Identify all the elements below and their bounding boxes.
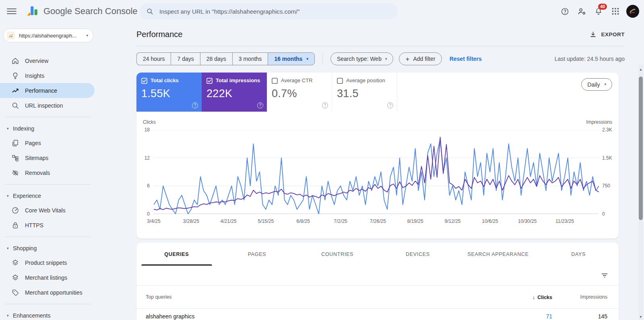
help-icon[interactable]: ? [192, 102, 198, 108]
date-range-7-days[interactable]: 7 days [171, 52, 200, 65]
clicks-sort-header[interactable]: ↓Clicks [504, 294, 552, 300]
filter-bar: 24 hours7 days28 days3 months16 months▾ … [136, 52, 625, 65]
help-icon[interactable]: ? [387, 102, 393, 108]
manage-users-button[interactable] [573, 3, 590, 19]
impressions-header[interactable]: Impressions [552, 294, 619, 300]
hamburger-menu-icon[interactable] [7, 6, 17, 16]
vertical-scrollbar[interactable]: ▲ ▼ [638, 64, 643, 320]
scroll-down-arrow-icon[interactable]: ▼ [638, 314, 643, 320]
sidebar-item-merchant-listings[interactable]: Merchant listings [0, 270, 95, 285]
metric-tile-total-impressions[interactable]: Total impressions222K? [202, 73, 267, 112]
metric-tile-average-ctr[interactable]: Average CTR0.7%? [267, 73, 332, 112]
chevron-down-icon: ▾ [7, 246, 11, 250]
dimensions-table-card: QUERIESPAGESCOUNTRIESDEVICESSEARCH APPEA… [136, 243, 619, 320]
top-queries-header[interactable]: Top queries [136, 294, 504, 300]
apps-grid-icon [611, 7, 619, 15]
metric-label: Total impressions [216, 77, 262, 84]
lightbulb-icon [11, 72, 19, 80]
tab-countries[interactable]: COUNTRIES [297, 243, 378, 266]
search-type-button[interactable]: Search type: Web ▾ [330, 52, 394, 65]
plus-icon: + [405, 56, 409, 62]
sidebar-item-label: Merchant opportunities [25, 289, 82, 296]
metric-value: 222K [206, 87, 262, 100]
date-range-3-months[interactable]: 3 months [232, 52, 268, 65]
help-icon[interactable]: ? [322, 102, 328, 108]
table-row[interactable]: alshaheen graphics71145 [136, 309, 619, 320]
right-axis-title: Impressions [586, 119, 612, 125]
chevron-down-icon: ▾ [604, 83, 606, 86]
sidebar-item-label: Insights [25, 73, 44, 79]
sidebar-item-label: HTTPS [25, 222, 43, 229]
date-range-16-months[interactable]: 16 months▾ [268, 52, 315, 65]
account-avatar[interactable] [626, 5, 639, 18]
sidebar-item-pages[interactable]: Pages [0, 135, 95, 150]
unchecked-checkbox-icon[interactable] [337, 78, 343, 84]
metric-value: 1.55K [141, 87, 197, 100]
x-axis-tick: 8/19/25 [398, 218, 432, 224]
trending-icon [11, 87, 19, 95]
main-content: Performance EXPORT 24 hours7 days28 days… [95, 23, 625, 320]
sidebar-group-indexing[interactable]: ▾Indexing [0, 121, 95, 135]
google-apps-button[interactable] [607, 3, 624, 19]
date-range-28-days[interactable]: 28 days [200, 52, 232, 65]
clicks-cell: 71 [504, 313, 552, 320]
scroll-up-arrow-icon[interactable]: ▲ [638, 67, 643, 73]
sidebar: https://alshaheengraph... ▾ OverviewInsi… [0, 23, 95, 320]
reset-filters-link[interactable]: Reset filters [450, 56, 482, 62]
tab-devices[interactable]: DEVICES [378, 243, 458, 266]
chart-area[interactable]: Clicks Impressions 1812602.3K1.5K75003/4… [136, 112, 619, 233]
sidebar-item-insights[interactable]: Insights [0, 68, 95, 83]
sidebar-group-shopping[interactable]: ▾Shopping [0, 241, 95, 255]
checked-checkbox-icon[interactable] [141, 78, 147, 84]
line-chart[interactable] [154, 130, 599, 214]
tab-search-appearance[interactable]: SEARCH APPEARANCE [458, 243, 539, 266]
help-button[interactable] [556, 3, 573, 19]
scrollbar-thumb[interactable] [639, 77, 643, 220]
sidebar-item-core-web-vitals[interactable]: Core Web Vitals [0, 203, 95, 218]
property-label: https://alshaheengraph... [19, 33, 86, 39]
sidebar-item-performance[interactable]: Performance [0, 83, 95, 98]
layers-icon [11, 274, 19, 282]
sidebar-group-label: Experience [13, 193, 41, 199]
metric-tile-total-clicks[interactable]: Total clicks1.55K? [136, 73, 202, 112]
sidebar-item-removals[interactable]: Removals [0, 165, 95, 180]
sidebar-item-overview[interactable]: Overview [0, 53, 95, 68]
sidebar-item-sitemaps[interactable]: Sitemaps [0, 150, 95, 165]
date-range-24-hours[interactable]: 24 hours [136, 52, 171, 65]
checked-checkbox-icon[interactable] [206, 78, 213, 84]
x-axis-tick: 3/4/25 [137, 218, 171, 224]
sidebar-group-enhancements[interactable]: ▾Enhancements [0, 308, 95, 320]
sidebar-item-label: Overview [25, 58, 48, 64]
sidebar-group-experience[interactable]: ▾Experience [0, 189, 95, 203]
sidebar-item-merchant-opportunities[interactable]: Merchant opportunities [0, 285, 95, 300]
sidebar-item-product-snippets[interactable]: Product snippets [0, 255, 95, 270]
left-axis-title: Clicks [143, 119, 156, 125]
sidebar-item-label: Merchant listings [25, 274, 67, 281]
top-bar: Google Search Console 40 [0, 0, 644, 23]
right-axis-tick: 0 [602, 211, 614, 217]
metric-tiles: Total clicks1.55K?Total impressions222K?… [136, 73, 619, 112]
add-filter-button[interactable]: + Add filter [399, 52, 442, 65]
sidebar-item-https[interactable]: HTTPS [0, 218, 95, 233]
unchecked-checkbox-icon[interactable] [272, 78, 278, 84]
property-selector[interactable]: https://alshaheengraph... ▾ [3, 29, 93, 42]
tab-pages[interactable]: PAGES [217, 243, 297, 266]
metric-tile-average-position[interactable]: Average position31.5? [332, 73, 397, 112]
visibility-off-icon [11, 169, 19, 177]
help-icon[interactable]: ? [257, 102, 263, 108]
tab-queries[interactable]: QUERIES [136, 243, 217, 266]
impressions-cell: 145 [552, 313, 619, 320]
filter-list-icon[interactable] [601, 272, 608, 279]
table-body: alshaheen graphics71145 [136, 309, 619, 320]
x-axis-tick: 10/6/25 [473, 218, 507, 224]
sidebar-item-url-inspection[interactable]: URL inspection [0, 98, 95, 113]
product-name: Google Search Console [43, 6, 138, 17]
url-inspect-searchbox[interactable] [140, 3, 398, 19]
right-axis-tick: 1.5K [602, 155, 614, 161]
export-button[interactable]: EXPORT [590, 31, 625, 38]
url-inspect-input[interactable] [159, 8, 391, 15]
page-title: Performance [136, 30, 183, 39]
tab-days[interactable]: DAYS [538, 243, 619, 266]
granularity-dropdown[interactable]: Daily ▾ [581, 78, 612, 91]
notifications-button[interactable]: 40 [590, 3, 607, 19]
